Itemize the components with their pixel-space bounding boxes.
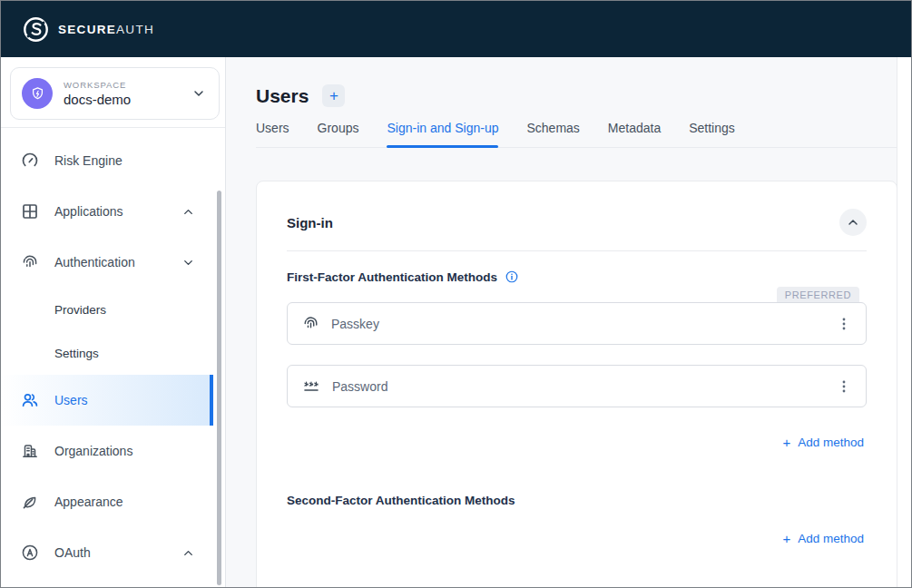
- workspace-avatar: [22, 78, 53, 109]
- method-label: Passkey: [331, 317, 379, 331]
- grid-icon: [21, 202, 39, 220]
- sidebar-item-oauth[interactable]: OAuth: [1, 527, 225, 578]
- tab-groups[interactable]: Groups: [318, 121, 359, 147]
- info-icon[interactable]: [505, 270, 519, 284]
- sidebar-scrollbar[interactable]: [217, 191, 221, 585]
- topbar: SECUREAUTH: [1, 1, 911, 57]
- collapse-section-button[interactable]: [839, 209, 867, 236]
- tab-schemas[interactable]: Schemas: [526, 121, 579, 147]
- tab-metadata[interactable]: Metadata: [608, 121, 661, 147]
- workspace-name: docs-demo: [64, 92, 191, 107]
- brand-name: SECUREAUTH: [58, 23, 154, 36]
- page-title: Users: [256, 85, 309, 107]
- method-label: Password: [332, 379, 387, 394]
- brand-logo: SECUREAUTH: [23, 16, 154, 43]
- method-row-passkey: Passkey: [287, 302, 867, 345]
- chevron-down-icon: [181, 256, 195, 270]
- sidebar-item-appearance[interactable]: Appearance: [1, 476, 225, 527]
- main-scrollbar-track[interactable]: [897, 57, 911, 587]
- plus-icon: +: [782, 531, 790, 546]
- tab-users[interactable]: Users: [256, 121, 289, 147]
- password-icon: [302, 378, 320, 395]
- sidebar-item-organizations[interactable]: Organizations: [1, 426, 225, 476]
- chevron-down-icon: [191, 86, 206, 101]
- plus-icon: +: [782, 435, 790, 450]
- chevron-up-icon: [846, 215, 860, 230]
- sign-in-card: Sign-in First-Factor Authentication Meth…: [256, 181, 897, 587]
- fingerprint-icon: [302, 315, 319, 332]
- section-title: Sign-in: [287, 215, 333, 230]
- chevron-up-icon: [181, 205, 195, 219]
- chevron-up-icon: [181, 546, 195, 560]
- kebab-menu-icon[interactable]: [837, 316, 851, 332]
- method-row-password: Password: [287, 365, 867, 407]
- sidebar-item-users[interactable]: Users: [1, 375, 213, 426]
- fingerprint-icon: [21, 253, 39, 271]
- secureauth-logo-icon: [23, 16, 49, 43]
- oauth-icon: [21, 544, 39, 562]
- sidebar-item-applications[interactable]: Applications: [1, 186, 225, 237]
- preferred-badge: PREFERRED: [777, 287, 859, 302]
- section-divider: [287, 250, 867, 251]
- add-user-button[interactable]: +: [322, 84, 345, 107]
- sidebar-nav: Risk Engine Applications: [1, 128, 225, 578]
- feather-icon: [21, 493, 39, 511]
- sidebar: WORKSPACE docs-demo Risk Engine: [1, 57, 226, 587]
- workspace-switcher[interactable]: WORKSPACE docs-demo: [10, 67, 220, 120]
- tab-sign-in-and-sign-up[interactable]: Sign-in and Sign-up: [387, 121, 498, 147]
- sidebar-item-providers[interactable]: Providers: [1, 288, 225, 331]
- add-method-button-first-factor[interactable]: + Add method: [782, 435, 864, 450]
- tab-settings[interactable]: Settings: [689, 121, 735, 147]
- sidebar-item-risk-engine[interactable]: Risk Engine: [1, 135, 225, 186]
- second-factor-heading: Second-Factor Authentication Methods: [287, 494, 867, 507]
- tab-bar: Users Groups Sign-in and Sign-up Schemas…: [256, 121, 897, 148]
- users-icon: [21, 391, 39, 409]
- building-icon: [21, 442, 39, 460]
- first-factor-heading: First-Factor Authentication Methods: [287, 270, 497, 284]
- workspace-label: WORKSPACE: [64, 80, 191, 90]
- gauge-icon: [21, 152, 39, 170]
- sidebar-item-authentication[interactable]: Authentication: [1, 237, 225, 288]
- add-method-button-second-factor[interactable]: + Add method: [782, 531, 864, 546]
- main-content: Users + Users Groups Sign-in and Sign-up…: [226, 57, 911, 587]
- app-window: SECUREAUTH WORKSPACE docs-demo: [0, 0, 912, 588]
- kebab-menu-icon[interactable]: [837, 378, 851, 395]
- sidebar-item-settings[interactable]: Settings: [1, 331, 225, 375]
